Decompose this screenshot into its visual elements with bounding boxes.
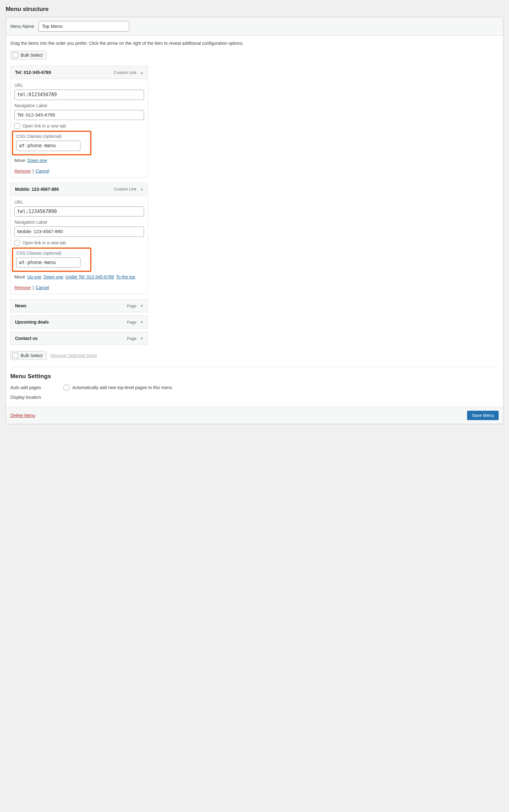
cancel-link-mobile[interactable]: Cancel bbox=[36, 285, 49, 290]
delete-menu-link[interactable]: Delete Menu bbox=[10, 413, 35, 418]
page-heading: Menu structure bbox=[6, 6, 503, 12]
move-down-link[interactable]: Down one bbox=[43, 274, 63, 280]
item-settings-mobile: URL Navigation Label Open link in a new … bbox=[10, 196, 148, 294]
menu-name-input[interactable] bbox=[38, 21, 129, 32]
move-to-top-link[interactable]: To the top bbox=[116, 274, 136, 280]
auto-add-pages-row: Auto add pages Automatically add new top… bbox=[10, 385, 499, 390]
auto-add-pages-description: Automatically add new top-level pages to… bbox=[72, 385, 172, 390]
chevron-down-icon[interactable]: ▼ bbox=[140, 304, 143, 307]
chevron-down-icon[interactable]: ▼ bbox=[140, 337, 143, 340]
move-label: Move bbox=[14, 274, 25, 280]
panel-footer: Delete Menu Save Menu bbox=[6, 407, 503, 424]
move-under-link[interactable]: Under Tel: 012-345-6789 bbox=[65, 274, 114, 280]
item-bar-contact-us[interactable]: Contact us Page ▼ bbox=[10, 332, 148, 345]
menu-structure-panel: Menu Name Drag the items into the order … bbox=[6, 17, 503, 424]
item-bar-tel[interactable]: Tel: 012-345-6789 Custom Link ▲ bbox=[10, 66, 148, 79]
nav-label-label: Navigation Label bbox=[14, 220, 144, 225]
css-classes-input-mobile[interactable] bbox=[16, 258, 80, 268]
new-tab-label: Open link in a new tab bbox=[23, 123, 66, 128]
bulk-select-button-top[interactable]: Bulk Select bbox=[10, 51, 47, 60]
item-type-label: Page bbox=[127, 303, 136, 308]
item-title: Upcoming deals bbox=[15, 320, 127, 325]
new-tab-checkbox-tel[interactable] bbox=[14, 123, 20, 129]
remove-link-mobile[interactable]: Remove bbox=[14, 285, 31, 290]
nav-label-input-mobile[interactable] bbox=[14, 227, 144, 237]
item-bar-mobile[interactable]: Mobile: 123-4567-890 Custom Link ▲ bbox=[10, 183, 148, 196]
item-settings-tel: URL Navigation Label Open link in a new … bbox=[10, 79, 148, 177]
bulk-select-checkbox-bottom[interactable] bbox=[12, 353, 18, 358]
move-row-tel: Move Down one bbox=[14, 158, 144, 163]
css-classes-highlight-mobile: CSS Classes (optional) bbox=[12, 248, 92, 272]
panel-header: Menu Name bbox=[6, 17, 503, 36]
move-label: Move bbox=[14, 158, 25, 163]
css-classes-label: CSS Classes (optional) bbox=[16, 251, 87, 256]
menu-item-contact-us[interactable]: Contact us Page ▼ bbox=[10, 332, 148, 345]
display-location-label: Display location bbox=[10, 395, 60, 400]
menu-item-tel[interactable]: Tel: 012-345-6789 Custom Link ▲ URL Navi… bbox=[10, 66, 148, 177]
remove-link-tel[interactable]: Remove bbox=[14, 168, 31, 173]
css-classes-label: CSS Classes (optional) bbox=[16, 134, 87, 139]
bulk-select-label: Bulk Select bbox=[21, 353, 42, 358]
item-bar-news[interactable]: News Page ▼ bbox=[10, 299, 148, 312]
chevron-up-icon[interactable]: ▲ bbox=[140, 71, 143, 74]
move-up-link[interactable]: Up one bbox=[27, 274, 41, 280]
item-type-label: Page bbox=[127, 320, 136, 325]
menu-settings-heading: Menu Settings bbox=[10, 373, 499, 380]
url-label: URL bbox=[14, 83, 144, 88]
chevron-down-icon[interactable]: ▼ bbox=[140, 321, 143, 324]
item-type-label: Page bbox=[127, 336, 136, 341]
url-input-mobile[interactable] bbox=[14, 206, 144, 217]
panel-body: Drag the items into the order you prefer… bbox=[6, 36, 503, 400]
menu-item-news[interactable]: News Page ▼ bbox=[10, 299, 148, 312]
divider bbox=[10, 367, 499, 367]
item-type-label: Custom Link bbox=[114, 187, 136, 191]
auto-add-pages-label: Auto add pages bbox=[10, 385, 60, 390]
remove-selected-link[interactable]: Remove Selected Items bbox=[50, 353, 97, 358]
item-title: Contact us bbox=[15, 336, 127, 341]
bulk-select-checkbox-top[interactable] bbox=[12, 52, 18, 58]
item-title: News bbox=[15, 303, 127, 308]
auto-add-pages-checkbox[interactable] bbox=[64, 385, 69, 390]
bulk-select-label: Bulk Select bbox=[21, 53, 42, 58]
url-label: URL bbox=[14, 200, 144, 204]
display-location-row: Display location bbox=[10, 395, 499, 400]
save-menu-button[interactable]: Save Menu bbox=[467, 411, 499, 420]
item-title: Tel: 012-345-6789 bbox=[15, 70, 114, 75]
menu-name-label: Menu Name bbox=[10, 24, 34, 29]
url-input-tel[interactable] bbox=[14, 90, 144, 100]
chevron-up-icon[interactable]: ▲ bbox=[140, 187, 143, 191]
instructions-text: Drag the items into the order you prefer… bbox=[10, 41, 499, 46]
nav-label-label: Navigation Label bbox=[14, 103, 144, 108]
bulk-select-button-bottom[interactable]: Bulk Select bbox=[10, 351, 47, 360]
css-classes-input-tel[interactable] bbox=[16, 141, 80, 151]
nav-label-input-tel[interactable] bbox=[14, 110, 144, 120]
item-bar-upcoming-deals[interactable]: Upcoming deals Page ▼ bbox=[10, 316, 148, 329]
menu-item-mobile[interactable]: Mobile: 123-4567-890 Custom Link ▲ URL N… bbox=[10, 183, 148, 294]
item-type-label: Custom Link bbox=[114, 70, 136, 75]
new-tab-label: Open link in a new tab bbox=[23, 240, 66, 245]
cancel-link-tel[interactable]: Cancel bbox=[36, 168, 49, 173]
move-down-link[interactable]: Down one bbox=[27, 158, 47, 163]
item-title: Mobile: 123-4567-890 bbox=[15, 187, 114, 192]
menu-item-upcoming-deals[interactable]: Upcoming deals Page ▼ bbox=[10, 316, 148, 329]
new-tab-checkbox-mobile[interactable] bbox=[14, 240, 20, 246]
move-row-mobile: Move Up one Down one Under Tel: 012-345-… bbox=[14, 274, 144, 280]
css-classes-highlight-tel: CSS Classes (optional) bbox=[12, 131, 92, 155]
